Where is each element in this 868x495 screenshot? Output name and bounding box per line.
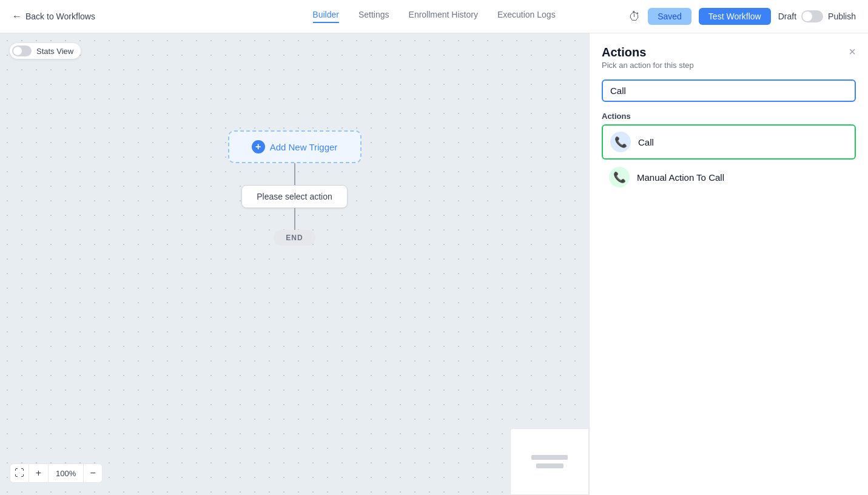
connector-line-1 xyxy=(294,163,295,185)
toggle-knob xyxy=(802,12,812,21)
stats-view-toggle[interactable]: Stats View xyxy=(10,43,81,59)
manual-call-icon: 📞 xyxy=(609,167,630,187)
saved-button[interactable]: Saved xyxy=(648,8,691,25)
back-arrow-icon: ← xyxy=(12,11,22,22)
action-item-call-label: Call xyxy=(638,137,654,147)
tab-execution-logs[interactable]: Execution Logs xyxy=(497,10,556,23)
panel-header: Actions Pick an action for this step × xyxy=(590,33,868,75)
action-item-manual-call[interactable]: 📞 Manual Action To Call xyxy=(602,161,856,194)
stats-toggle-knob xyxy=(13,47,22,55)
action-item-call[interactable]: 📞 Call xyxy=(602,124,856,160)
close-panel-button[interactable]: × xyxy=(849,45,856,58)
trigger-node-label: Add New Trigger xyxy=(270,142,338,152)
draft-label: Draft xyxy=(778,12,796,21)
stats-view-label: Stats View xyxy=(36,47,73,56)
search-wrap xyxy=(590,75,868,109)
fullscreen-button[interactable]: ⛶ xyxy=(10,463,29,483)
canvas-controls: ⛶ + 100% − xyxy=(10,463,103,483)
add-trigger-node[interactable]: + Add New Trigger xyxy=(228,130,362,163)
mini-map-line-2 xyxy=(536,463,564,468)
tab-settings[interactable]: Settings xyxy=(358,10,389,23)
end-node: END xyxy=(274,230,315,246)
end-node-label: END xyxy=(286,234,303,242)
publish-toggle-switch[interactable] xyxy=(801,10,823,22)
history-icon[interactable]: ⏱ xyxy=(628,10,641,24)
stats-toggle-switch[interactable] xyxy=(12,45,32,56)
header: ← Back to Workflows Builder Settings Enr… xyxy=(0,0,868,33)
header-right: ⏱ Saved Test Workflow Draft Publish xyxy=(628,8,856,25)
zoom-in-button[interactable]: + xyxy=(29,463,49,483)
trigger-plus-icon: + xyxy=(252,140,265,153)
back-label: Back to Workflows xyxy=(25,12,95,21)
nav-tabs: Builder Settings Enrollment History Exec… xyxy=(312,10,555,23)
action-item-manual-call-label: Manual Action To Call xyxy=(637,172,724,183)
zoom-out-button[interactable]: − xyxy=(83,463,103,483)
workflow-canvas-area[interactable]: Stats View + Add New Trigger Please sele… xyxy=(0,33,589,495)
panel-title: Actions xyxy=(602,45,694,59)
action-node-label: Please select action xyxy=(257,192,332,201)
back-to-workflows-link[interactable]: ← Back to Workflows xyxy=(12,11,95,22)
mini-map xyxy=(510,428,589,495)
main-layout: Stats View + Add New Trigger Please sele… xyxy=(0,33,868,495)
draft-publish-toggle: Draft Publish xyxy=(778,10,856,22)
tab-builder[interactable]: Builder xyxy=(312,10,339,23)
zoom-level: 100% xyxy=(49,463,83,483)
mini-map-line-1 xyxy=(531,455,568,460)
actions-panel: Actions Pick an action for this step × A… xyxy=(589,33,868,495)
call-icon: 📞 xyxy=(610,132,631,152)
mini-map-content xyxy=(531,455,568,468)
actions-section-label: Actions xyxy=(590,109,868,124)
please-select-action-node[interactable]: Please select action xyxy=(241,185,348,208)
test-workflow-button[interactable]: Test Workflow xyxy=(699,8,771,25)
panel-subtitle: Pick an action for this step xyxy=(602,61,694,70)
publish-label: Publish xyxy=(828,12,856,21)
action-items-list: 📞 Call 📞 Manual Action To Call xyxy=(590,124,868,194)
action-search-input[interactable] xyxy=(602,79,856,102)
tab-enrollment-history[interactable]: Enrollment History xyxy=(409,10,478,23)
workflow-nodes: + Add New Trigger Please select action E… xyxy=(0,33,589,495)
connector-line-2 xyxy=(294,208,295,230)
panel-title-group: Actions Pick an action for this step xyxy=(602,45,694,70)
